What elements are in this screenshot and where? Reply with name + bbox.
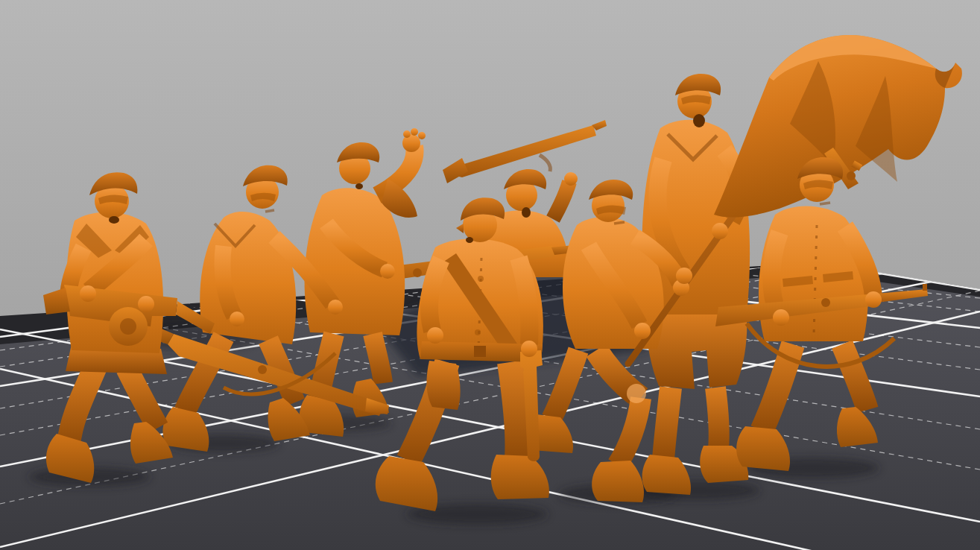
- leg: [510, 362, 518, 458]
- leg: [663, 388, 671, 459]
- shouting-mouth: [109, 216, 119, 224]
- hand: [138, 296, 154, 312]
- hand: [865, 291, 882, 308]
- hand-on-pole: [676, 268, 692, 284]
- hand-on-pole: [634, 323, 651, 339]
- model-viewer-viewport[interactable]: [0, 0, 980, 550]
- belt-pouch: [427, 361, 461, 410]
- hand: [328, 300, 343, 314]
- hand: [521, 341, 537, 357]
- knee: [627, 384, 646, 403]
- hand: [773, 309, 789, 326]
- render-canvas[interactable]: [0, 0, 980, 550]
- mouth: [355, 183, 363, 189]
- front-sight: [923, 284, 927, 291]
- leg: [715, 388, 719, 449]
- leg: [373, 334, 383, 383]
- hand: [427, 327, 443, 344]
- hand: [564, 172, 578, 186]
- hand: [80, 285, 96, 302]
- mouth: [820, 203, 830, 204]
- hand: [230, 312, 244, 326]
- shouting-mouth: [693, 114, 705, 127]
- mouth: [265, 210, 274, 212]
- mouth: [614, 222, 625, 224]
- mouth: [466, 237, 473, 243]
- hand-on-pole: [712, 223, 728, 239]
- belt-buckle: [474, 346, 486, 357]
- shouting-mouth: [522, 207, 531, 218]
- bolt-handle: [821, 298, 830, 307]
- hand: [380, 264, 395, 279]
